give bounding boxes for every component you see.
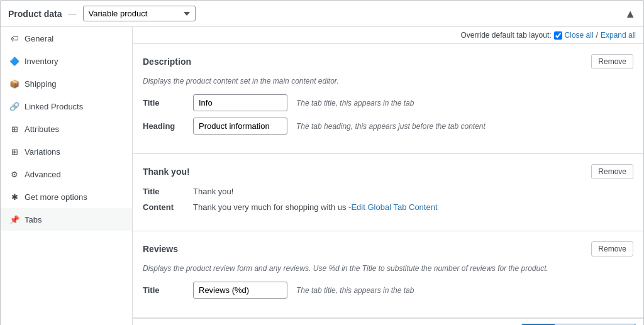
collapse-icon[interactable]: ▲ — [625, 8, 636, 19]
sidebar-label-advanced: Advanced — [25, 170, 61, 179]
description-title-row: Title The tab title, this appears in the… — [143, 94, 633, 111]
sidebar-label-inventory: Inventory — [25, 57, 58, 66]
plus-icon: ✱ — [9, 192, 19, 202]
tab-panel-reviews: Reviews Remove Displays the product revi… — [133, 231, 643, 318]
thankyou-title-value: Thank you! — [193, 187, 233, 196]
product-type-select[interactable]: Variable product Simple product Grouped … — [83, 6, 196, 21]
tab-panel-description: Description Remove Displays the product … — [133, 44, 643, 154]
override-checkbox-label[interactable] — [554, 31, 562, 40]
tab-panel-description-header: Description Remove — [143, 54, 633, 69]
sidebar-item-inventory[interactable]: 🔷 Inventory — [1, 50, 132, 72]
sidebar-label-get-more-options: Get more options — [25, 192, 87, 202]
main-content: Override default tab layout: Close all /… — [133, 27, 643, 325]
close-all-link[interactable]: Close all — [565, 31, 594, 40]
description-title-hint: The tab title, this appears in the tab — [296, 99, 414, 107]
sidebar-label-shipping: Shipping — [25, 79, 57, 89]
tab-panel-reviews-header: Reviews Remove — [143, 241, 633, 256]
sidebar: 🏷 General 🔷 Inventory 📦 Shipping 🔗 Linke… — [1, 27, 133, 325]
product-data-body: 🏷 General 🔷 Inventory 📦 Shipping 🔗 Linke… — [1, 27, 643, 325]
sidebar-item-general[interactable]: 🏷 General — [1, 27, 132, 50]
tab-panel-thankyou-header: Thank you! Remove — [143, 164, 633, 179]
thankyou-content-label: Content — [143, 202, 193, 212]
tab-title-reviews: Reviews — [143, 244, 178, 254]
sidebar-label-linked-products: Linked Products — [25, 102, 83, 111]
sidebar-label-variations: Variations — [25, 147, 60, 157]
reviews-title-input[interactable] — [193, 282, 287, 299]
override-checkbox[interactable] — [554, 31, 562, 40]
thankyou-content-prefix: Thank you very much for shopping with us… — [193, 202, 351, 212]
expand-all-link[interactable]: Expand all — [601, 31, 636, 40]
header-dash: — — [69, 9, 77, 18]
product-data-header: Product data — Variable product Simple p… — [1, 1, 643, 27]
separator: / — [596, 31, 598, 40]
thankyou-content-row: Content Thank you very much for shopping… — [143, 202, 633, 212]
sidebar-label-tabs: Tabs — [25, 215, 42, 224]
sidebar-item-linked-products[interactable]: 🔗 Linked Products — [1, 95, 132, 118]
sidebar-item-attributes[interactable]: ⊞ Attributes — [1, 118, 132, 140]
product-data-title: Product data — [8, 9, 62, 19]
remove-reviews-button[interactable]: Remove — [591, 241, 633, 256]
reviews-hint: Displays the product review form and any… — [143, 264, 633, 273]
footer: Add Custom Tab Description Tab Reviews T… — [133, 318, 643, 325]
reviews-title-hint: The tab title, this appears in the tab — [296, 286, 414, 295]
variations-icon: ⊞ — [9, 146, 19, 157]
sidebar-item-shipping[interactable]: 📦 Shipping — [1, 72, 132, 95]
remove-description-button[interactable]: Remove — [591, 54, 633, 69]
description-title-input[interactable] — [193, 94, 287, 111]
override-label: Override default tab layout: — [460, 31, 551, 40]
link-icon: 🔗 — [9, 101, 19, 111]
override-bar: Override default tab layout: Close all /… — [133, 27, 643, 44]
description-heading-input[interactable] — [193, 118, 287, 135]
reviews-title-row: Title The tab title, this appears in the… — [143, 282, 633, 299]
description-heading-hint: The tab heading, this appears just befor… — [296, 122, 486, 131]
sidebar-item-tabs[interactable]: 📌 Tabs — [1, 208, 132, 231]
sidebar-item-advanced[interactable]: ⚙ Advanced — [1, 163, 132, 185]
description-heading-label: Heading — [143, 121, 193, 131]
description-heading-row: Heading The tab heading, this appears ju… — [143, 118, 633, 135]
sidebar-label-general: General — [25, 34, 53, 43]
thankyou-title-row: Title Thank you! — [143, 187, 633, 196]
tag-icon: 🏷 — [9, 33, 19, 43]
tab-title-description: Description — [143, 57, 191, 67]
product-data-panel: Product data — Variable product Simple p… — [0, 0, 644, 325]
attributes-icon: ⊞ — [9, 124, 19, 134]
tabs-icon: 📌 — [9, 214, 19, 224]
remove-thankyou-button[interactable]: Remove — [591, 164, 633, 179]
description-title-label: Title — [143, 98, 193, 107]
sidebar-item-variations[interactable]: ⊞ Variations — [1, 140, 132, 163]
sidebar-label-attributes: Attributes — [25, 124, 59, 134]
inventory-icon: 🔷 — [9, 56, 19, 66]
reviews-title-label: Title — [143, 285, 193, 295]
shipping-icon: 📦 — [9, 79, 19, 89]
gear-icon: ⚙ — [9, 169, 19, 179]
tab-title-thankyou: Thank you! — [143, 167, 190, 177]
edit-global-tab-content-link[interactable]: Edit Global Tab Content — [351, 202, 437, 212]
sidebar-item-get-more-options[interactable]: ✱ Get more options — [1, 185, 132, 208]
thankyou-title-label: Title — [143, 187, 193, 196]
description-hint: Displays the product content set in the … — [143, 77, 633, 85]
tab-panel-thankyou: Thank you! Remove Title Thank you! Conte… — [133, 154, 643, 231]
